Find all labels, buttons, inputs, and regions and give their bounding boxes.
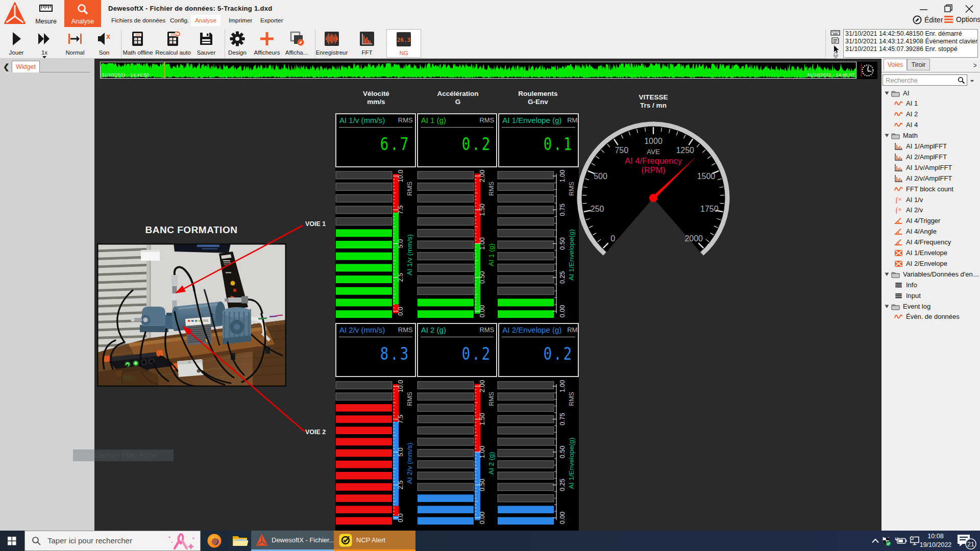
tree-item-ai-2[interactable]: AI 2 — [894, 109, 918, 119]
meter-value: 8.3 — [380, 343, 410, 364]
event-log-line-1: 31/10/2021 14:43:12.41908 Évènement clav… — [845, 38, 977, 45]
toolbar: Jouer1xNormalxSon123x−+÷Math offline123x… — [0, 28, 825, 59]
expander-icon[interactable] — [885, 304, 889, 309]
search-input[interactable]: Recherche — [883, 74, 967, 86]
tree-item-ai-4-angle[interactable]: AI 4/Angle — [894, 227, 937, 237]
tab-tiroir[interactable]: Tiroir — [907, 59, 930, 70]
toolbar-button-1x[interactable]: 1x — [31, 29, 58, 58]
svg-text:0.00: 0.00 — [479, 305, 486, 317]
rpm-gauge[interactable]: 025050075010001250150017502000AVEAI 4/Fr… — [572, 116, 735, 280]
editer-label: Éditer — [924, 16, 943, 24]
digital-meter-ai-1-g-[interactable]: AI 1 (g)RMS0.2 — [417, 113, 498, 167]
tree-item-ai-1[interactable]: AI 1 — [894, 98, 918, 109]
tree-item-ai-2-v[interactable]: ∫dtAI 2/v — [894, 205, 923, 215]
menu-item-config-[interactable]: Config. — [166, 15, 193, 26]
tree-item-math[interactable]: Math — [885, 131, 918, 141]
search-dropdown-chevron[interactable]: ⌄ — [969, 76, 975, 83]
meter-mode-label: RMS — [567, 326, 579, 334]
notification-icon[interactable]: 21 — [954, 533, 978, 550]
folder-icon — [891, 303, 900, 310]
folder-icon — [891, 270, 900, 278]
digital-meter-ai-2-g-[interactable]: AI 2 (g)RMS0.2 — [417, 323, 498, 377]
digital-meter-ai-2-envelope-g-[interactable]: AI 2/Envelope (g)RMS0.2 — [498, 323, 579, 377]
toolbar-button-normal[interactable]: Normal — [59, 29, 91, 58]
svg-text:∫: ∫ — [895, 196, 898, 204]
tree-item-ai-2-amplfft[interactable]: AI 2/AmplFFT — [894, 152, 947, 162]
explorer-icon[interactable] — [229, 531, 251, 551]
start-button[interactable] — [0, 531, 24, 551]
tree-item-label: AI 4/Trigger — [906, 217, 940, 224]
tab-widget[interactable]: Widget — [12, 61, 40, 72]
menu-item-analyse[interactable]: Analyse — [191, 15, 220, 26]
svg-text:−: − — [174, 37, 176, 40]
tree-item-ai-4-frequency[interactable]: AI 4/Frequency — [894, 237, 951, 247]
tab-voies[interactable]: Voies — [884, 59, 907, 70]
bar-meter-ai-2-v-mm-s-[interactable]: 0.02.55.07.510.0AI 2/v (mm/s)RMS — [335, 380, 416, 527]
normal-speed-icon — [67, 31, 83, 46]
bar-meter-ai-1-v-mm-s-[interactable]: 0.02.55.07.510.0AI 1/v (mm/s)RMS — [335, 169, 416, 320]
expander-icon[interactable] — [885, 133, 889, 138]
editer-button[interactable]: Éditer — [913, 15, 943, 24]
svg-text:RMS: RMS — [406, 392, 413, 406]
tree-item-ai-1-amplfft[interactable]: AI 1/AmplFFT — [894, 141, 947, 152]
toolbar-button-ng[interactable]: 26.3NG — [386, 29, 421, 58]
toolbar-button-fft[interactable]: FFT — [352, 29, 382, 58]
taskbar-app-dewesoft[interactable]: DewesoftX - Fichier... — [251, 531, 334, 551]
close-icon — [966, 6, 973, 13]
tray-icons[interactable] — [864, 531, 920, 551]
svg-text:0.50: 0.50 — [479, 479, 486, 491]
clock-icon[interactable] — [860, 63, 874, 78]
digital-meter-ai-1-v-mm-s-[interactable]: AI 1/v (mm/s)RMS6.7 — [335, 113, 416, 167]
menu-item-fichiers-de-donn-es[interactable]: Fichiers de données — [107, 15, 169, 26]
tree-item-ai-1-v[interactable]: ∫dtAI 1/v — [894, 194, 923, 205]
taskbar-search[interactable]: Taper ici pour rechercher — [24, 531, 201, 551]
column-header-line1: Roulements — [497, 90, 579, 98]
expander-icon[interactable] — [885, 272, 889, 277]
tree-item-input[interactable]: Input — [894, 290, 921, 300]
bar-meter-ai-2-g-[interactable]: 0.000.501.001.502.00AI 2 (g)RMS — [417, 380, 498, 527]
tree-item-ai-2-envelope[interactable]: AI 2/Envelope — [894, 258, 947, 268]
tree-item-info[interactable]: Info — [894, 280, 917, 290]
overview-strip[interactable]: 31/10/2021 - 14:42:50 31/10/2021 - 14:45… — [100, 62, 856, 79]
firefox-icon[interactable] — [203, 531, 226, 551]
event-log[interactable]: 31/10/2021 14:42:50.48150 Enr. démarré31… — [843, 29, 978, 58]
tree-item-ai[interactable]: AI — [885, 88, 909, 98]
tray-clock[interactable]: 10:08 19/10/2022 — [919, 532, 952, 549]
play-icon — [9, 31, 24, 46]
toolbar-label-5: Recalcul auto — [155, 49, 191, 56]
folder-icon — [891, 89, 900, 97]
tree-item-fft-block-count[interactable]: FFT block count — [894, 184, 953, 194]
tree-item-ai-1-envelope[interactable]: AI 1/Envelope — [894, 248, 947, 258]
menu-item-imprimer[interactable]: Imprimer — [225, 15, 257, 26]
digital-meter-ai-1-envelope-g-[interactable]: AI 1/Envelope (g)RMS0.1 — [498, 113, 579, 167]
tree-item-event-log[interactable]: Event log — [885, 301, 930, 311]
meter-value: 0.2 — [462, 134, 492, 154]
bar-meter-ai-1-envelope-g-[interactable]: 0.000.250.500.751.00AI 1/Envelope(g)RMS — [497, 380, 578, 527]
wave-icon — [894, 121, 903, 129]
collapse-panel-chevron[interactable]: ❮ — [3, 62, 10, 71]
tree-item-ai-4[interactable]: AI 4 — [894, 120, 918, 130]
tree-item-ai-1-v-amplfft[interactable]: AI 1/v/AmplFFT — [894, 162, 952, 172]
digital-meter-ai-2-v-mm-s-[interactable]: AI 2/v (mm/s)RMS8.3 — [335, 323, 416, 377]
svg-text:1.50: 1.50 — [479, 204, 486, 216]
window-controls[interactable] — [916, 4, 977, 14]
tree-item-variables-donn-es-d-en-[interactable]: Variables/Données d'en… — [885, 269, 979, 279]
toolbar-button-jouer[interactable]: Jouer — [3, 29, 30, 58]
options-label: Options — [956, 15, 980, 23]
svg-text:7.5: 7.5 — [397, 206, 404, 214]
svg-text:AI 1/v (mm/s): AI 1/v (mm/s) — [406, 234, 413, 275]
tree-item--v-n-de-donn-es[interactable]: Évèn. de données — [894, 312, 960, 322]
svg-text:AI 1 (g): AI 1 (g) — [487, 243, 495, 266]
tree-item-ai-2-v-amplfft[interactable]: AI 2/v/AmplFFT — [894, 173, 952, 183]
expander-icon[interactable] — [885, 91, 889, 95]
taskbar-app-ncp[interactable]: NCP Alert — [334, 531, 415, 551]
bar-meter-ai-1-g-[interactable]: 0.000.501.001.502.00AI 1 (g)RMS — [417, 169, 498, 320]
tree-item-label: AI 4/Angle — [906, 228, 937, 235]
event-log-line-0: 31/10/2021 14:42:50.48150 Enr. démarré — [845, 30, 977, 38]
menu-item-exporter[interactable]: Exporter — [256, 15, 287, 26]
taskbar-app-ncp-label: NCP Alert — [356, 536, 385, 544]
options-button[interactable]: Options — [944, 15, 980, 23]
bar-meter-ai-1-envelope-g-[interactable]: 0.000.250.500.751.00AI 1/Envelope(g)RMS — [497, 169, 578, 320]
expand-arrow[interactable]: > — [973, 61, 977, 69]
tree-item-ai-4-trigger[interactable]: AI 4/Trigger — [894, 216, 940, 226]
